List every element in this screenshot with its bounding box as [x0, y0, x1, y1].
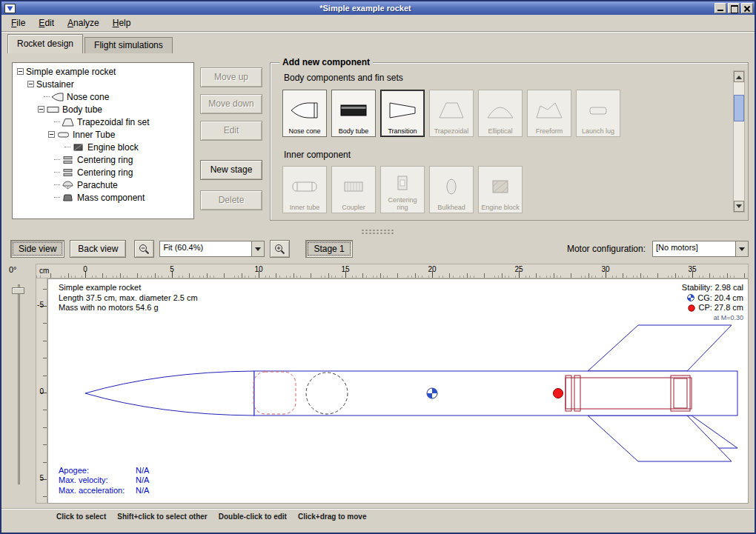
- scroll-down-icon[interactable]: [734, 201, 744, 212]
- add-engine-block-button[interactable]: Engine block: [478, 166, 523, 213]
- add-elliptical-fin-button[interactable]: Elliptical: [478, 90, 523, 137]
- close-button[interactable]: [741, 3, 753, 13]
- scroll-up-icon[interactable]: [734, 71, 744, 82]
- collapse-expander-icon[interactable]: [27, 81, 34, 87]
- side-view-button[interactable]: Side view: [10, 240, 64, 258]
- add-freeform-fin-button[interactable]: Freeform: [527, 90, 571, 137]
- tree-connector: [54, 159, 60, 160]
- collapse-expander-icon[interactable]: [38, 106, 44, 113]
- tab-flight-simulations[interactable]: Flight simulations: [84, 37, 173, 53]
- menu-edit[interactable]: Edit: [32, 16, 61, 30]
- scrollbar-thumb[interactable]: [734, 95, 744, 121]
- add-transition-button[interactable]: Transition: [380, 90, 425, 137]
- move-up-button[interactable]: Move up: [200, 67, 262, 87]
- mass-component-icon: [62, 193, 74, 202]
- max-acceleration-value: N/A: [136, 486, 149, 495]
- motor-configuration-select[interactable]: [No motors]: [652, 241, 749, 257]
- cg-value: CG: 20.4 cm: [697, 293, 743, 304]
- max-acceleration-label: Max. acceleration:: [59, 486, 136, 496]
- tree-connector: [44, 96, 50, 97]
- app-icon[interactable]: [4, 4, 16, 13]
- inner-components-row: Inner tube Coupler Centering ring Bulkhe…: [282, 166, 523, 213]
- collapse-expander-icon[interactable]: [17, 68, 24, 75]
- tree-connector: [54, 121, 60, 122]
- centering-ring-icon: [62, 156, 74, 164]
- rocket-mass: Mass with no motors 54.6 g: [59, 303, 198, 313]
- component-tree: Simple example rocket Sustainer Nose con…: [12, 62, 194, 219]
- stability-value: Stability: 2.98 cal: [682, 283, 743, 293]
- add-inner-tube-button[interactable]: Inner tube: [282, 166, 327, 213]
- body-tube-icon: [47, 105, 59, 114]
- tree-item-rocket[interactable]: Simple example rocket: [14, 65, 193, 78]
- rotation-slider-thumb[interactable]: [12, 287, 24, 294]
- cg-legend-icon: [687, 294, 694, 301]
- inner-component-label: Inner component: [284, 150, 351, 160]
- tree-item-parachute[interactable]: Parachute: [14, 178, 193, 191]
- add-coupler-button[interactable]: Coupler: [331, 166, 376, 213]
- rocket-canvas: 0° cm 0 5 10 15 20 25 30 35 -5 0 5: [1, 262, 755, 508]
- tree-connector: [54, 172, 60, 173]
- tree-item-centering-ring-1[interactable]: Centering ring: [14, 153, 193, 166]
- max-velocity-value: N/A: [136, 475, 149, 484]
- tree-item-centering-ring-2[interactable]: Centering ring: [14, 166, 193, 178]
- tab-rocket-design[interactable]: Rocket design: [7, 34, 83, 53]
- new-stage-button[interactable]: New stage: [200, 160, 262, 180]
- body-components-label: Body components and fin sets: [284, 73, 403, 83]
- main-tabs: Rocket design Flight simulations: [1, 32, 755, 53]
- dropdown-arrow-icon[interactable]: [735, 241, 748, 256]
- minimize-button[interactable]: [714, 3, 726, 13]
- body-tube-icon: [339, 93, 368, 127]
- move-down-button[interactable]: Move down: [200, 94, 262, 114]
- hint-click-select: Click to select: [56, 513, 106, 533]
- zoom-select[interactable]: Fit (60.4%): [159, 241, 265, 257]
- tree-item-sustainer[interactable]: Sustainer: [14, 78, 193, 90]
- zoom-in-button[interactable]: [270, 240, 290, 258]
- application-window: *Simple example rocket File Edit Analyze…: [0, 0, 756, 534]
- add-nose-cone-button[interactable]: Nose cone: [282, 90, 327, 137]
- tree-item-engine-block[interactable]: Engine block: [14, 141, 193, 153]
- rotation-slider-track[interactable]: [18, 284, 20, 484]
- ruler-unit-label: cm: [39, 267, 49, 275]
- stage-1-toggle[interactable]: Stage 1: [305, 240, 352, 258]
- cp-value: CP: 27.8 cm: [698, 303, 743, 313]
- group-title: Add new component: [279, 57, 373, 67]
- add-centering-ring-button[interactable]: Centering ring: [380, 166, 425, 213]
- hint-shift-click: Shift+click to select other: [117, 513, 207, 533]
- add-launch-lug-button[interactable]: Launch lug: [576, 90, 620, 137]
- tree-item-inner-tube[interactable]: Inner Tube: [14, 128, 193, 141]
- tree-item-body-tube[interactable]: Body tube: [14, 103, 193, 116]
- rocket-design-panel: Simple example rocket Sustainer Nose con…: [1, 53, 755, 227]
- back-view-button[interactable]: Back view: [70, 240, 126, 258]
- menu-help[interactable]: Help: [106, 16, 138, 30]
- panel-splitter[interactable]: [1, 227, 755, 236]
- titlebar: *Simple example rocket: [1, 1, 755, 15]
- zoom-out-button[interactable]: [134, 240, 154, 258]
- tree-item-fin-set[interactable]: Trapezoidal fin set: [14, 116, 193, 128]
- dropdown-arrow-icon[interactable]: [251, 241, 264, 256]
- tree-connector: [64, 147, 70, 147]
- maximize-button[interactable]: [728, 3, 740, 13]
- edit-button[interactable]: Edit: [200, 121, 262, 141]
- inner-tube-icon: [290, 170, 319, 204]
- component-panel-scrollbar[interactable]: [733, 70, 745, 213]
- splitter-grip-icon[interactable]: [361, 229, 395, 234]
- zoom-in-icon: [274, 244, 285, 255]
- trapezoidal-fin-icon: [437, 93, 466, 127]
- menu-file[interactable]: File: [4, 16, 32, 30]
- collapse-expander-icon[interactable]: [48, 131, 55, 138]
- elliptical-fin-icon: [485, 93, 515, 127]
- delete-button[interactable]: Delete: [200, 190, 262, 210]
- bulkhead-icon: [437, 170, 466, 204]
- zoom-out-icon: [139, 244, 150, 255]
- menu-analyze[interactable]: Analyze: [61, 16, 106, 30]
- add-bulkhead-button[interactable]: Bulkhead: [429, 166, 474, 213]
- rocket-plot-area[interactable]: Simple example rocket Length 37.5 cm, ma…: [47, 278, 749, 504]
- tree-actions: Move up Move down Edit New stage Delete: [200, 67, 262, 210]
- menubar: File Edit Analyze Help: [1, 15, 755, 32]
- add-trapezoidal-fin-button[interactable]: Trapezoidal: [429, 90, 474, 137]
- cp-marker-icon: [554, 389, 563, 398]
- add-body-tube-button[interactable]: Body tube: [331, 90, 376, 137]
- tree-item-nose-cone[interactable]: Nose cone: [14, 90, 193, 103]
- tree-item-mass-component[interactable]: Mass component: [14, 191, 193, 204]
- hint-click-drag: Click+drag to move: [298, 513, 367, 533]
